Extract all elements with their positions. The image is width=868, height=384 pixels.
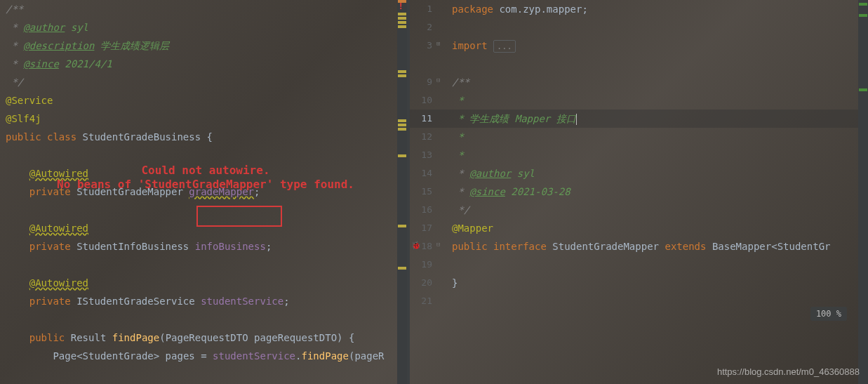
watermark-text: https://blog.csdn.net/m0_46360888	[717, 366, 860, 377]
minimap-mark[interactable]	[398, 267, 406, 270]
minimap-mark[interactable]	[398, 128, 406, 131]
code-line[interactable]	[452, 55, 857, 73]
code-line[interactable]: /**	[6, 0, 396, 18]
code-line[interactable]	[6, 310, 396, 329]
text-cursor	[576, 114, 577, 125]
minimap-right[interactable]	[858, 0, 868, 384]
minimap-mark[interactable]	[398, 124, 406, 126]
code-line[interactable]: *	[452, 91, 857, 110]
code-line[interactable]: * @since 2021/4/1	[6, 55, 396, 73]
code-line[interactable]: /**	[452, 73, 857, 91]
editor-pane-left[interactable]: /** * @author syl * @description 学生成绩逻辑层…	[0, 0, 407, 384]
code-line[interactable]: * @description 学生成绩逻辑层	[6, 37, 396, 55]
fold-expand-icon[interactable]: ⊟	[436, 77, 440, 84]
fold-collapsed-icon[interactable]: ⊞	[436, 40, 440, 47]
code-line[interactable]: *	[452, 146, 857, 164]
code-line[interactable]: }	[452, 274, 857, 292]
code-line[interactable]	[452, 18, 857, 37]
error-tooltip: Could not autowire. No beans of 'Student…	[34, 164, 378, 192]
fold-expand-icon[interactable]: ⊟	[436, 241, 440, 248]
code-line[interactable]	[452, 292, 857, 310]
code-line[interactable]: public interface StudentGradeMapper exte…	[452, 237, 857, 256]
code-line[interactable]: public class StudentGradeBusiness {	[6, 128, 396, 146]
code-line[interactable]: private StudentInfoBusiness infoBusiness…	[6, 237, 396, 256]
code-line[interactable]: public Result findPage(PageRequestDTO pa…	[6, 329, 396, 347]
code-line[interactable]	[452, 256, 857, 274]
minimap-mark[interactable]	[398, 225, 406, 227]
fold-gutter[interactable]: ⊞ ⊟ ⊟	[438, 0, 443, 384]
bean-gutter-icon[interactable]: 🐞	[411, 241, 421, 250]
gutter-icons: 🐞	[410, 0, 424, 384]
code-line[interactable]: @Autowired	[6, 274, 396, 292]
minimap-mark[interactable]	[398, 17, 406, 20]
code-line[interactable]: package com.zyp.mapper;	[452, 0, 857, 18]
code-line[interactable]: import ...	[452, 37, 857, 55]
minimap-mark[interactable]	[398, 21, 406, 24]
minimap-mark[interactable]	[398, 25, 406, 28]
code-line[interactable]: * @author syl	[6, 18, 396, 37]
minimap-mark[interactable]	[859, 3, 867, 6]
minimap-mark[interactable]	[398, 13, 406, 15]
code-line[interactable]: @Mapper	[452, 219, 857, 237]
code-area-right[interactable]: package com.zyp.mapper; import ... /** *…	[452, 0, 857, 310]
minimap-mark[interactable]	[398, 70, 406, 73]
minimap-mark[interactable]	[398, 0, 406, 3]
code-line[interactable]: private IStudentGradeService studentServ…	[6, 292, 396, 310]
code-line[interactable]: * @since 2021-03-28	[452, 183, 857, 201]
split-editor: /** * @author syl * @description 学生成绩逻辑层…	[0, 0, 868, 384]
code-line[interactable]: @Slf4j	[6, 110, 396, 128]
editor-pane-right[interactable]: 123 9101112131415161718192021 ⊞ ⊟ ⊟ 🐞 pa…	[410, 0, 868, 384]
code-line[interactable]: */	[6, 73, 396, 91]
code-line[interactable]: Page<StudentGrade> pages = studentServic…	[6, 347, 396, 365]
minimap-left[interactable]: !	[397, 0, 407, 384]
minimap-mark[interactable]	[398, 119, 406, 122]
code-line[interactable]: @Service	[6, 91, 396, 110]
code-line[interactable]: *	[452, 128, 857, 146]
minimap-mark[interactable]	[859, 88, 867, 91]
fold-region[interactable]: ...	[493, 40, 516, 53]
code-line[interactable]	[6, 256, 396, 274]
error-highlight-box	[196, 206, 282, 227]
minimap-mark[interactable]	[398, 154, 406, 157]
code-line[interactable]: * 学生成绩 Mapper 接口	[452, 110, 857, 128]
minimap-mark[interactable]	[398, 74, 406, 77]
code-line[interactable]: */	[452, 201, 857, 219]
minimap-mark[interactable]	[859, 14, 867, 17]
code-line[interactable]: * @author syl	[452, 164, 857, 183]
zoom-indicator: 100 %	[810, 307, 847, 321]
code-line[interactable]	[6, 146, 396, 164]
